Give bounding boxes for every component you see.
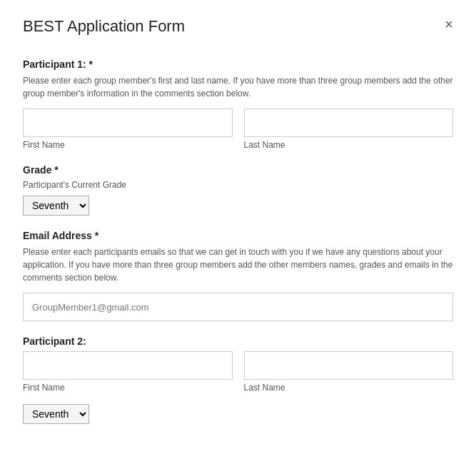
participant-1-last-name-input[interactable] (244, 109, 454, 137)
participant-2-section: Participant 2: First Name Last Name Sixt… (23, 336, 453, 424)
participant-2-last-name-field: Last Name (244, 351, 454, 393)
close-button[interactable]: × (445, 17, 453, 31)
participant-1-first-name-input[interactable] (23, 109, 233, 137)
email-label: Email Address * (23, 230, 453, 241)
participant-1-description: Please enter each group member's first a… (23, 74, 453, 100)
participant-1-first-name-field: First Name (23, 109, 233, 150)
modal-header: BEST Application Form × (23, 17, 453, 36)
grade-1-label: Grade * (23, 164, 453, 176)
participant-2-first-name-input[interactable] (23, 351, 233, 380)
email-input[interactable] (23, 293, 453, 321)
participant-2-first-name-field: First Name (23, 351, 233, 393)
participant-1-section: Participant 1: * Please enter each group… (23, 59, 453, 150)
modal-title: BEST Application Form (23, 17, 185, 36)
participant-1-label: Participant 1: * (23, 59, 453, 70)
participant-1-last-name-field: Last Name (244, 109, 454, 150)
participant-2-name-row: First Name Last Name (23, 351, 453, 393)
participant-1-name-row: First Name Last Name (23, 109, 453, 150)
participant-2-label: Participant 2: (23, 336, 453, 347)
grade-2-select[interactable]: Sixth Seventh Eighth Ninth Tenth Elevent… (23, 404, 89, 424)
email-description: Please enter each participants emails so… (23, 246, 453, 284)
grade-1-sublabel: Participant's Current Grade (23, 180, 453, 190)
participant-2-last-name-input[interactable] (244, 351, 454, 380)
grade-1-section: Grade * Participant's Current Grade Sixt… (23, 164, 453, 216)
participant-1-first-name-label: First Name (23, 140, 233, 150)
participant-1-last-name-label: Last Name (244, 140, 454, 150)
grade-2-section: Sixth Seventh Eighth Ninth Tenth Elevent… (23, 404, 453, 424)
participant-2-first-name-label: First Name (23, 383, 233, 393)
email-section: Email Address * Please enter each partic… (23, 230, 453, 321)
participant-2-last-name-label: Last Name (244, 383, 454, 393)
modal-container: BEST Application Form × Participant 1: *… (0, 0, 476, 464)
grade-1-select[interactable]: Sixth Seventh Eighth Ninth Tenth Elevent… (23, 196, 89, 216)
